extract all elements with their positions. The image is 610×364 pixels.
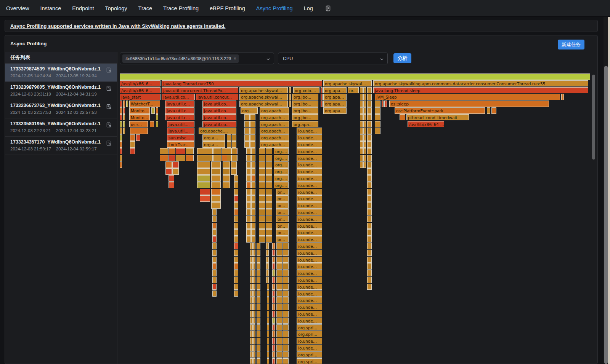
flame-cell[interactable] (283, 304, 289, 310)
flame-cell[interactable]: java.util.c... (165, 114, 194, 121)
flame-cell[interactable] (253, 324, 255, 331)
flame-cell[interactable] (231, 161, 237, 168)
flame-cell[interactable] (231, 168, 237, 175)
flame-cell[interactable] (212, 243, 217, 249)
flame-cell[interactable]: or... (276, 223, 289, 229)
banner-link[interactable]: Async Profiling supported services writt… (10, 23, 225, 29)
flame-cell[interactable] (130, 141, 135, 148)
flame-cell[interactable] (251, 229, 255, 236)
flame-cell[interactable] (234, 182, 238, 188)
flame-cell[interactable] (120, 134, 122, 141)
flame-cell[interactable]: java.util.concur... (196, 94, 238, 100)
flame-cell[interactable] (253, 284, 255, 290)
flame-cell[interactable] (251, 216, 255, 222)
flame-cell[interactable]: io.unde... (297, 318, 322, 324)
flame-cell[interactable] (367, 87, 372, 94)
flame-cell[interactable] (251, 161, 255, 168)
flame-cell[interactable] (250, 250, 253, 256)
flame-cell[interactable] (212, 277, 217, 283)
flame-cell[interactable] (212, 270, 217, 276)
flame-cell[interactable] (283, 351, 289, 358)
flame-cell[interactable]: Monito... (129, 107, 150, 114)
flame-cell[interactable] (211, 189, 221, 195)
flame-cell[interactable] (363, 101, 366, 107)
flame-cell[interactable] (272, 297, 275, 303)
flame-cell[interactable] (186, 155, 194, 161)
flame-cell[interactable] (367, 168, 372, 175)
flame-cell[interactable] (120, 107, 122, 114)
flame-cell[interactable] (360, 107, 363, 114)
flame-cell[interactable] (251, 202, 255, 209)
flame-cell[interactable] (283, 270, 289, 276)
flame-cell[interactable] (360, 114, 363, 121)
flame-cell[interactable]: org.spri... (297, 324, 322, 331)
flame-cell[interactable]: org.jbo... (292, 101, 318, 107)
flame-cell[interactable] (123, 121, 125, 128)
flame-cell[interactable] (120, 161, 122, 168)
flame-cell[interactable] (267, 297, 269, 303)
nav-item-overview[interactable]: Overview (6, 5, 29, 11)
flame-cell[interactable]: org.apache.skywalking.apm.commons.dataca… (373, 80, 588, 87)
flame-cell[interactable] (160, 155, 169, 161)
flame-cell[interactable] (246, 155, 251, 161)
task-item-4[interactable]: 1733234357170_YWdlbnQ6OnNvbmdz.12024-12-… (5, 137, 117, 155)
flame-cell[interactable] (251, 209, 255, 216)
flame-cell[interactable] (227, 155, 231, 161)
flame-cell[interactable]: org.a... (202, 141, 225, 148)
flame-cell[interactable] (283, 358, 289, 364)
flame-cell[interactable] (267, 351, 269, 358)
flame-cell[interactable] (232, 148, 236, 155)
flame-cell[interactable] (251, 236, 255, 243)
flame-cell[interactable] (212, 216, 217, 222)
flame-cell[interactable] (289, 101, 291, 107)
flame-cell[interactable]: or... (276, 216, 289, 222)
page-scrollbar-thumb[interactable] (604, 66, 608, 364)
flame-cell[interactable] (272, 324, 275, 331)
flame-cell[interactable]: WatcherT... (129, 101, 160, 107)
flame-cell[interactable]: java.lang.Thread.sleep (373, 87, 588, 94)
flame-cell[interactable]: io.unde... (297, 257, 322, 263)
flame-cell[interactable] (360, 134, 363, 141)
flame-cell[interactable]: org.apach... (260, 121, 289, 128)
flame-cell[interactable] (272, 284, 275, 290)
flame-cell[interactable] (375, 114, 380, 121)
flame-cell[interactable] (223, 182, 230, 188)
flame-cell[interactable]: org.jbo... (292, 114, 318, 121)
flame-cell[interactable]: java.lang.Thread.run:750 (162, 80, 322, 87)
flame-cell[interactable] (250, 291, 253, 297)
flame-cell[interactable] (367, 209, 372, 216)
flame-cell[interactable] (150, 121, 154, 128)
flame-cell[interactable] (267, 304, 269, 310)
flame-cell[interactable] (266, 209, 272, 216)
flame-cell[interactable] (283, 250, 289, 256)
flame-cell[interactable] (272, 358, 275, 364)
flame-cell[interactable] (130, 134, 135, 141)
flame-cell[interactable]: org.apa... (292, 121, 318, 128)
flame-cell[interactable]: io.unde... (297, 189, 322, 195)
flame-cell[interactable]: io.unde... (297, 263, 322, 270)
flame-cell[interactable] (251, 168, 255, 175)
flame-cell[interactable]: org.apach... (260, 107, 289, 114)
flame-cell[interactable] (276, 270, 283, 276)
flame-cell[interactable]: or... (276, 229, 289, 236)
flame-cell[interactable] (266, 250, 269, 256)
flame-cell[interactable] (259, 182, 265, 188)
flame-cell[interactable] (363, 121, 366, 128)
flame-cell[interactable] (360, 94, 363, 100)
flame-cell[interactable] (169, 175, 174, 182)
flame-cell[interactable] (257, 263, 260, 270)
flame-cell[interactable] (257, 304, 260, 310)
flame-cell[interactable] (272, 345, 275, 351)
flame-cell[interactable]: java.util.co... (202, 101, 236, 107)
flame-cell[interactable] (250, 331, 253, 337)
flame-cell[interactable] (363, 114, 366, 121)
flame-cell[interactable]: org.apa... (323, 101, 347, 107)
flame-cell[interactable] (227, 141, 231, 148)
flame-cell[interactable] (272, 291, 275, 297)
flame-cell[interactable] (283, 331, 289, 337)
nav-item-async-profiling[interactable]: Async Profiling (256, 5, 293, 11)
flame-cell[interactable] (283, 277, 289, 283)
flame-cell[interactable]: java.util.... (167, 121, 194, 128)
flame-cell[interactable] (266, 216, 272, 222)
flame-cell[interactable]: os::... (129, 121, 148, 128)
